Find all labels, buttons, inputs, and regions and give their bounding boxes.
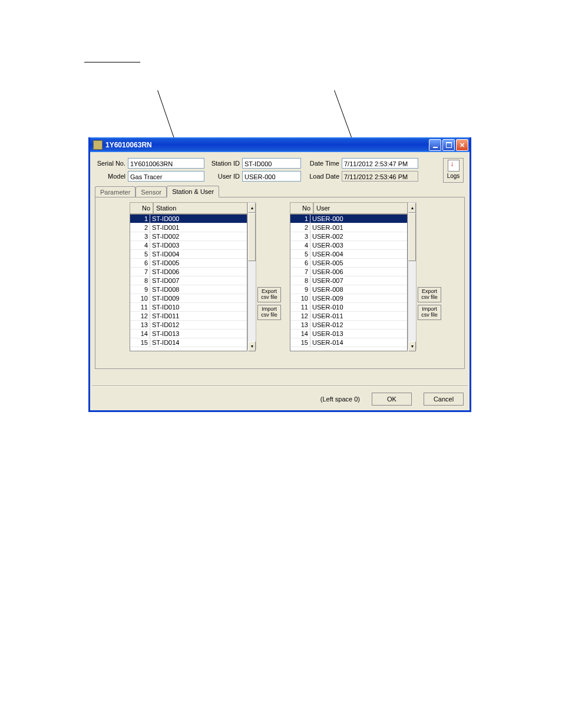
row-number: 3	[130, 232, 150, 241]
app-window: 1Y6010063RN Serial No. 1Y6010063RN Stati…	[88, 137, 471, 412]
row-value: USER-012	[310, 321, 407, 330]
tab-sensor[interactable]: Sensor	[135, 186, 167, 197]
user-id-field[interactable]: USER-000	[242, 171, 301, 182]
user-row[interactable]: 8USER-007	[290, 276, 407, 285]
titlebar[interactable]: 1Y6010063RN	[90, 137, 470, 152]
row-number: 4	[290, 241, 310, 250]
user-row[interactable]: 4USER-003	[290, 241, 407, 250]
user-export-button[interactable]: Exportcsv file	[418, 287, 441, 302]
tab-parameter[interactable]: Parameter	[95, 186, 135, 197]
row-value: USER-002	[310, 232, 407, 241]
row-value: ST-ID006	[150, 268, 247, 276]
tab-strip: Parameter Sensor Station & User	[95, 185, 465, 197]
user-row[interactable]: 9USER-008	[290, 285, 407, 294]
user-scrollbar[interactable]: ▴ ▾	[408, 202, 416, 350]
ok-button[interactable]: OK	[372, 393, 412, 406]
row-value: USER-000	[310, 215, 407, 223]
station-row[interactable]: 12ST-ID011	[130, 312, 247, 321]
row-number: 8	[290, 276, 310, 285]
row-number: 11	[130, 303, 150, 312]
row-value: ST-ID003	[150, 241, 247, 250]
minimize-button[interactable]	[429, 139, 441, 151]
row-number: 14	[130, 330, 150, 338]
tab-station-user[interactable]: Station & User	[167, 186, 219, 197]
station-scrollbar[interactable]: ▴ ▾	[247, 202, 256, 350]
station-export-button[interactable]: Exportcsv file	[257, 287, 281, 302]
station-row[interactable]: 14ST-ID013	[130, 330, 247, 338]
row-number: 7	[130, 268, 150, 276]
row-number: 12	[290, 312, 310, 321]
cancel-button[interactable]: Cancel	[424, 393, 464, 406]
serial-label: Serial No.	[95, 160, 128, 167]
row-value: USER-013	[310, 330, 407, 338]
logs-label: Logs	[447, 173, 460, 179]
station-import-button[interactable]: Importcsv file	[257, 305, 281, 320]
user-row[interactable]: 6USER-005	[290, 259, 407, 268]
station-row[interactable]: 9ST-ID008	[130, 285, 247, 294]
scroll-up-icon[interactable]: ▴	[408, 203, 416, 213]
station-col-no[interactable]: No	[130, 202, 153, 214]
user-row[interactable]: 14USER-013	[290, 330, 407, 338]
row-number: 1	[130, 215, 150, 223]
loaddate-field: 7/11/2012 2:53:46 PM	[342, 171, 418, 182]
station-id-field[interactable]: ST-ID000	[242, 158, 301, 169]
scroll-down-icon[interactable]: ▾	[248, 341, 256, 351]
maximize-button[interactable]	[442, 139, 455, 151]
user-row[interactable]: 11USER-010	[290, 303, 407, 312]
row-value: USER-003	[310, 241, 407, 250]
station-row[interactable]: 4ST-ID003	[130, 241, 247, 250]
row-number: 6	[130, 259, 150, 268]
row-number: 6	[290, 259, 310, 268]
datetime-field[interactable]: 7/11/2012 2:53:47 PM	[342, 158, 418, 169]
row-value: ST-ID002	[150, 232, 247, 241]
user-row[interactable]: 5USER-004	[290, 250, 407, 259]
scroll-down-icon[interactable]: ▾	[408, 341, 416, 351]
user-row[interactable]: 1USER-000	[290, 215, 407, 223]
row-value: ST-ID001	[150, 223, 247, 232]
row-number: 3	[290, 232, 310, 241]
row-number: 4	[130, 241, 150, 250]
station-row[interactable]: 3ST-ID002	[130, 232, 247, 241]
row-value: USER-011	[310, 312, 407, 321]
station-list: No Station 1ST-ID0002ST-ID0013ST-ID0024S…	[130, 202, 247, 350]
datetime-label: Date Time	[301, 160, 342, 167]
logs-button[interactable]: Logs	[443, 158, 464, 183]
user-id-label: User ID	[204, 173, 242, 180]
row-number: 11	[290, 303, 310, 312]
station-row[interactable]: 5ST-ID004	[130, 250, 247, 259]
user-import-button[interactable]: Importcsv file	[418, 305, 441, 320]
user-row[interactable]: 2USER-001	[290, 223, 407, 232]
user-row[interactable]: 13USER-012	[290, 321, 407, 330]
station-row[interactable]: 7ST-ID006	[130, 268, 247, 276]
station-col-val[interactable]: Station	[153, 202, 247, 214]
row-number: 15	[130, 338, 150, 347]
model-field[interactable]: Gas Tracer	[128, 171, 204, 182]
row-value: ST-ID000	[150, 215, 247, 223]
user-row[interactable]: 15USER-014	[290, 338, 407, 347]
row-number: 5	[290, 250, 310, 259]
row-value: USER-007	[310, 276, 407, 285]
station-row[interactable]: 13ST-ID012	[130, 321, 247, 330]
close-button[interactable]	[456, 139, 468, 151]
station-row[interactable]: 2ST-ID001	[130, 223, 247, 232]
scroll-up-icon[interactable]: ▴	[248, 203, 256, 213]
user-row[interactable]: 7USER-006	[290, 268, 407, 276]
window-title: 1Y6010063RN	[105, 141, 152, 149]
station-row[interactable]: 8ST-ID007	[130, 276, 247, 285]
user-col-val[interactable]: User	[313, 202, 408, 214]
row-value: USER-001	[310, 223, 407, 232]
logs-icon	[448, 160, 459, 172]
user-col-no[interactable]: No	[290, 202, 313, 214]
station-row[interactable]: 1ST-ID000	[130, 215, 247, 223]
row-value: USER-004	[310, 250, 407, 259]
serial-field[interactable]: 1Y6010063RN	[128, 158, 204, 169]
user-row[interactable]: 12USER-011	[290, 312, 407, 321]
station-row[interactable]: 11ST-ID010	[130, 303, 247, 312]
station-id-label: Station ID	[204, 160, 242, 167]
station-row[interactable]: 6ST-ID005	[130, 259, 247, 268]
user-row[interactable]: 3USER-002	[290, 232, 407, 241]
user-row[interactable]: 10USER-009	[290, 294, 407, 303]
station-row[interactable]: 10ST-ID009	[130, 294, 247, 303]
station-row[interactable]: 15ST-ID014	[130, 338, 247, 347]
row-number: 13	[290, 321, 310, 330]
